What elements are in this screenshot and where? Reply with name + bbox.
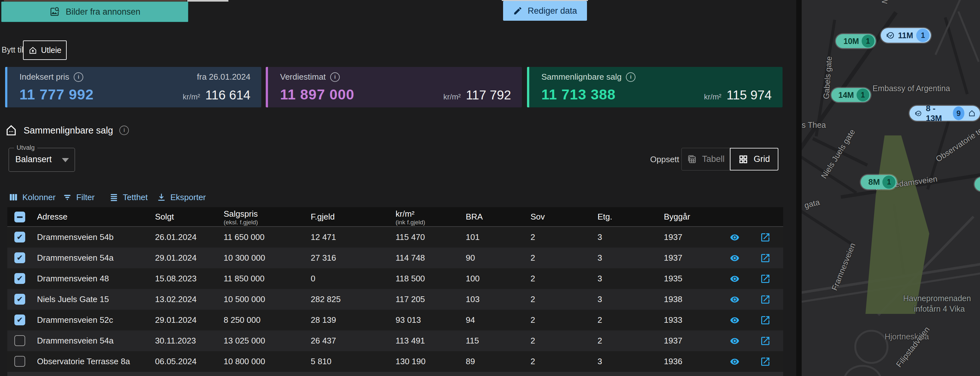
marker-price-label: 8M	[869, 177, 880, 187]
open-external-button[interactable]	[759, 268, 772, 289]
external-link-icon	[760, 336, 771, 346]
row-checkbox[interactable]	[14, 252, 25, 263]
similar-check-icon	[886, 31, 895, 40]
info-icon[interactable]: i	[330, 72, 340, 82]
col-salgspris-sub: (eksl. f.gjeld)	[224, 219, 258, 226]
open-external-button[interactable]	[759, 227, 772, 247]
cell-fgjeld: 12 471	[311, 227, 336, 247]
tabell-button-label: Tabell	[702, 154, 725, 164]
col-fgjeld: F.gjeld	[311, 207, 335, 226]
map-marker-14m[interactable]: 14M 1	[831, 88, 870, 102]
marker-count: 1	[862, 35, 874, 48]
open-external-button[interactable]	[759, 330, 772, 351]
row-checkbox[interactable]	[14, 356, 25, 367]
col-krm2-sub: (ink f.gjeld)	[396, 219, 425, 226]
map-marker-8m[interactable]: 8M 1	[861, 175, 897, 189]
cell-solgt: 06.05.2024	[155, 351, 197, 372]
park-area	[865, 135, 929, 314]
table-row[interactable]: Observatorie Terrasse 8a 06.05.2024 10 8…	[7, 351, 783, 372]
row-checkbox[interactable]	[14, 273, 25, 284]
utleie-button[interactable]: Utleie	[23, 40, 67, 60]
house-icon	[968, 109, 975, 118]
table-row[interactable]: Drammensveien 48 15.08.2023 11 850 000 0…	[7, 268, 783, 289]
columns-icon	[9, 192, 18, 202]
map-marker-8-13m[interactable]: 8 - 13M 9	[910, 106, 980, 121]
house-icon	[29, 46, 37, 55]
cell-solgt: 15.08.2023	[155, 268, 197, 289]
pencil-icon	[513, 6, 523, 16]
road	[935, 0, 961, 55]
external-link-icon	[760, 294, 771, 305]
bilder-fra-annonsen-button[interactable]: Bilder fra annonsen	[1, 2, 188, 22]
cell-salgspris: 10 300 000	[224, 247, 265, 268]
download-icon	[157, 192, 166, 202]
view-button[interactable]	[728, 268, 741, 289]
table-row[interactable]: Drammensveien 54b 26.01.2024 11 650 000 …	[7, 227, 783, 247]
view-toggle-grid[interactable]: Grid	[730, 148, 778, 170]
cell-krm2: 130 190	[396, 351, 426, 372]
sqm-unit: kr/m²	[704, 92, 722, 102]
rediger-data-button[interactable]: Rediger data	[503, 1, 587, 21]
row-checkbox[interactable]	[14, 294, 25, 305]
row-checkbox[interactable]	[14, 314, 25, 325]
cell-etg: 2	[598, 310, 602, 330]
cell-krm2: 93 013	[396, 310, 421, 330]
cell-byggar: 1933	[664, 310, 682, 330]
map-panel[interactable]: Niels Ju Gabels gate Embassy of Argentin…	[802, 0, 980, 376]
open-external-button[interactable]	[759, 247, 772, 268]
eye-icon	[728, 336, 741, 346]
cell-bra: 94	[466, 310, 475, 330]
eye-icon	[728, 274, 741, 284]
eye-icon	[728, 295, 741, 304]
eksporter-button[interactable]: Eksporter	[157, 190, 206, 204]
roundabout	[854, 330, 888, 364]
view-button[interactable]	[728, 247, 741, 268]
view-button[interactable]	[728, 310, 741, 330]
open-external-button[interactable]	[759, 289, 772, 310]
col-solgt: Solgt	[155, 207, 174, 226]
cell-byggar: 1937	[664, 247, 682, 268]
cell-fgjeld: 26 437	[311, 330, 336, 351]
table-row[interactable]: Niels Juels Gate 15 13.02.2024 10 500 00…	[7, 289, 783, 310]
map-marker-partial[interactable]	[975, 177, 980, 191]
view-button[interactable]	[728, 227, 741, 247]
map-marker-11m[interactable]: 11M 1	[881, 28, 931, 43]
map-marker-10m[interactable]: 10M 1	[836, 34, 876, 48]
cell-etg: 3	[598, 289, 602, 310]
rediger-button-label: Rediger data	[528, 6, 577, 16]
partial-next-row	[7, 372, 783, 376]
info-icon[interactable]: i	[119, 125, 129, 135]
scroll-gutter[interactable]	[796, 0, 802, 376]
info-icon[interactable]: i	[626, 72, 635, 82]
table-row[interactable]: Drammensveien 52c 29.01.2024 8 250 000 2…	[7, 310, 783, 330]
view-button[interactable]	[728, 289, 741, 310]
open-external-button[interactable]	[759, 351, 772, 372]
view-button[interactable]	[728, 330, 741, 351]
cell-solgt: 29.01.2024	[155, 247, 197, 268]
info-icon[interactable]: i	[74, 72, 83, 82]
card-value: 11 777 992	[19, 86, 94, 103]
kolonner-button[interactable]: Kolonner	[9, 190, 56, 204]
view-toggle-tabell[interactable]: Tabell	[681, 148, 730, 170]
cell-bra: 89	[466, 351, 475, 372]
cell-krm2: 118 500	[396, 268, 425, 289]
row-checkbox[interactable]	[14, 232, 25, 243]
tetthet-button[interactable]: Tetthet	[109, 190, 148, 204]
table-row[interactable]: Drammensveien 54a 29.01.2024 10 300 000 …	[7, 247, 783, 268]
external-link-icon	[760, 356, 771, 367]
similar-check-icon	[915, 109, 922, 118]
open-external-button[interactable]	[759, 310, 772, 330]
cell-adresse: Drammensveien 54b	[37, 227, 114, 247]
cell-sov: 2	[530, 351, 535, 372]
view-button[interactable]	[728, 351, 741, 372]
marker-price-label: 11M	[898, 31, 913, 40]
row-checkbox[interactable]	[14, 335, 25, 346]
cell-adresse: Drammensveien 54a	[37, 330, 114, 351]
grid-button-label: Grid	[754, 154, 770, 164]
filter-button[interactable]: Filter	[62, 190, 95, 204]
utvalg-select[interactable]: Utvalg Balansert	[9, 148, 75, 172]
select-all-checkbox[interactable]	[14, 212, 25, 222]
table-row[interactable]: Drammensveien 54a 30.11.2023 13 025 000 …	[7, 330, 783, 351]
cell-salgspris: 11 850 000	[224, 268, 264, 289]
bytt-til-label: Bytt til	[2, 45, 23, 54]
